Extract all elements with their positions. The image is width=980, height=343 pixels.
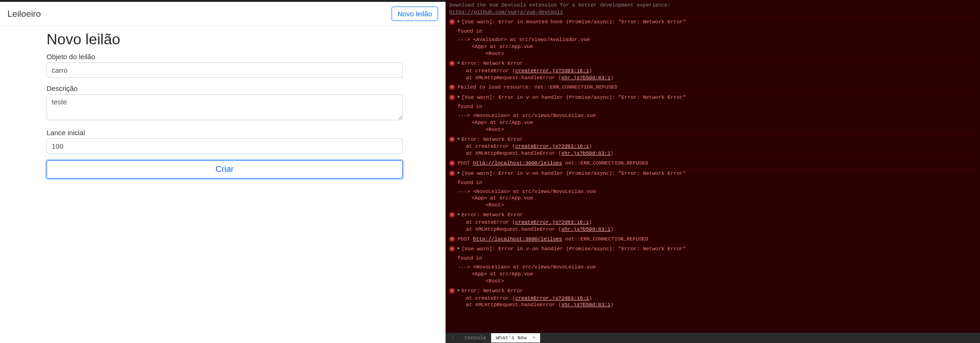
console-row[interactable]: ✕ ▶ Error: Network Error (449, 287, 976, 295)
stack-line: at createError (createError.js?2d83:16:1… (449, 143, 976, 150)
caret-icon: ▶ (458, 288, 460, 293)
error-icon: ✕ (449, 236, 455, 242)
caret-icon: ▶ (458, 136, 460, 142)
stack-line: at XMLHttpRequest.handleError (xhr.js?b5… (449, 75, 976, 82)
console-row[interactable]: ✕ ▶ Error: Network Error (449, 211, 976, 219)
stack-line: at createError (createError.js?2d83:16:1… (449, 295, 976, 302)
trace-novoleilao: ---> <NovoLeilao> at src/views/NovoLeila… (458, 188, 976, 195)
post-url-link[interactable]: http://localhost:3000/leiloes (473, 236, 562, 242)
trace-root: <Root> (458, 50, 976, 57)
tab-label: What's New (496, 335, 527, 341)
trace-avaliador: ---> <Avaliador> at src/views/Avaliador.… (458, 36, 976, 43)
error-network: Error: Network Error (461, 60, 523, 67)
caret-icon: ▶ (458, 60, 460, 66)
error-icon: ✕ (449, 171, 455, 176)
label-lance: Lance inicial (47, 129, 403, 137)
devtools-drawer-tabs: ⋮ Console What's New × (446, 333, 980, 343)
page-title: Novo leilão (47, 31, 403, 48)
vue-warn-mounted: [Vue warn]: Error in mounted hook (Promi… (461, 19, 686, 26)
new-auction-button[interactable]: Novo leilão (392, 7, 438, 21)
found-in-text: found in (449, 102, 976, 112)
error-icon: ✕ (449, 95, 455, 100)
console-row[interactable]: ✕ ▶ [Vue warn]: Error in v-on handler (P… (449, 170, 976, 178)
post-url-link[interactable]: http://localhost:3000/leiloes (473, 160, 562, 166)
brand: Leiloeiro (7, 9, 41, 19)
input-objeto[interactable] (47, 62, 403, 78)
console-row[interactable]: ✕ ▶ Error: Network Error (449, 60, 976, 68)
textarea-descricao[interactable]: teste (47, 94, 403, 120)
stack-line: at XMLHttpRequest.handleError (xhr.js?b5… (449, 150, 976, 157)
trace-app: <App> at src/App.vue (458, 195, 976, 202)
submit-button[interactable]: Criar (47, 160, 403, 178)
stack-line: at XMLHttpRequest.handleError (xhr.js?b5… (449, 302, 976, 309)
error-icon: ✕ (449, 288, 455, 294)
source-link[interactable]: createError.js?2d83:16:1 (515, 295, 589, 301)
source-link[interactable]: createError.js?2d83:16:1 (515, 68, 589, 74)
console-row[interactable]: ✕ Failed to load resource: net::ERR_CONN… (449, 83, 976, 91)
field-objeto: Objeto do leilão (47, 53, 403, 78)
error-icon: ✕ (449, 160, 455, 166)
label-descricao: Descrição (47, 84, 403, 92)
input-lance[interactable] (47, 138, 403, 154)
field-lance: Lance inicial (47, 129, 403, 154)
post-error: POST http://localhost:3000/leiloes net::… (458, 236, 648, 243)
trace-app: <App> at src/App.vue (458, 271, 976, 278)
download-note-text: Download the Vue Devtools extension for … (449, 2, 670, 8)
source-link[interactable]: xhr.js?b50d:83:1 (561, 302, 611, 308)
drawer-menu-icon[interactable]: ⋮ (446, 335, 460, 342)
console-row[interactable]: ✕ POST http://localhost:3000/leiloes net… (449, 159, 976, 167)
field-descricao: Descrição teste (47, 84, 403, 122)
post-error: POST http://localhost:3000/leiloes net::… (458, 160, 648, 167)
stack-line: at createError (createError.js?2d83:16:1… (449, 219, 976, 226)
failed-load-text: Failed to load resource: net::ERR_CONNEC… (458, 84, 617, 91)
error-icon: ✕ (449, 212, 455, 218)
error-network: Error: Network Error (461, 136, 523, 143)
error-icon: ✕ (449, 19, 455, 25)
found-in-text: found in (449, 178, 976, 188)
trace-app: <App> at src/App.vue (458, 119, 976, 126)
console-row[interactable]: ✕ ▶ [Vue warn]: Error in v-on handler (P… (449, 94, 976, 102)
source-link[interactable]: xhr.js?b50d:83:1 (561, 226, 611, 232)
stack-line: at createError (createError.js?2d83:16:1… (449, 68, 976, 75)
source-link[interactable]: xhr.js?b50d:83:1 (561, 75, 611, 81)
caret-icon: ▶ (458, 94, 460, 100)
source-link[interactable]: createError.js?2d83:16:1 (515, 144, 589, 149)
console-row[interactable]: ✕ POST http://localhost:3000/leiloes net… (449, 235, 976, 243)
error-network: Error: Network Error (461, 212, 523, 219)
error-icon: ✕ (449, 61, 455, 66)
caret-icon: ▶ (458, 19, 460, 24)
error-network: Error: Network Error (461, 288, 523, 295)
vue-warn-von: [Vue warn]: Error in v-on handler (Promi… (461, 94, 686, 101)
found-in-text: found in (449, 26, 976, 37)
error-icon: ✕ (449, 246, 455, 252)
console-row[interactable]: ✕ ▶ [Vue warn]: Error in mounted hook (P… (449, 18, 976, 26)
trace-novoleilao: ---> <NovoLeilao> at src/views/NovoLeila… (458, 264, 976, 271)
caret-icon: ▶ (458, 212, 460, 217)
trace-root: <Root> (458, 202, 976, 209)
console-row[interactable]: ✕ ▶ [Vue warn]: Error in v-on handler (P… (449, 245, 976, 253)
caret-icon: ▶ (458, 246, 460, 251)
drawer-tab-whatsnew[interactable]: What's New × (491, 333, 541, 343)
vue-warn-von: [Vue warn]: Error in v-on handler (Promi… (461, 246, 686, 253)
navbar: Leiloeiro Novo leilão (0, 2, 446, 26)
trace-novoleilao: ---> <NovoLeilao> at src/views/NovoLeila… (458, 112, 976, 119)
app-pane: Leiloeiro Novo leilão Novo leilão Objeto… (0, 0, 446, 343)
drawer-tab-console[interactable]: Console (460, 333, 491, 343)
trace-app: <App> at src/App.vue (458, 43, 976, 50)
console-row[interactable]: ✕ ▶ Error: Network Error (449, 136, 976, 144)
vue-warn-von: [Vue warn]: Error in v-on handler (Promi… (461, 170, 686, 177)
error-icon: ✕ (449, 84, 455, 90)
caret-icon: ▶ (458, 170, 460, 176)
devtools-download-link[interactable]: https://github.com/vuejs/vue-devtools (449, 9, 563, 15)
source-link[interactable]: xhr.js?b50d:83:1 (561, 151, 611, 156)
found-in-text: found in (449, 253, 976, 264)
close-icon[interactable]: × (533, 335, 536, 341)
devtools-download-note: Download the Vue Devtools extension for … (449, 2, 976, 16)
label-objeto: Objeto do leilão (47, 53, 403, 61)
source-link[interactable]: createError.js?2d83:16:1 (515, 220, 589, 225)
trace-root: <Root> (458, 278, 976, 285)
trace-root: <Root> (458, 126, 976, 133)
stack-line: at XMLHttpRequest.handleError (xhr.js?b5… (449, 226, 976, 233)
devtools-console: Download the Vue Devtools extension for … (446, 0, 980, 343)
error-icon: ✕ (449, 137, 455, 142)
